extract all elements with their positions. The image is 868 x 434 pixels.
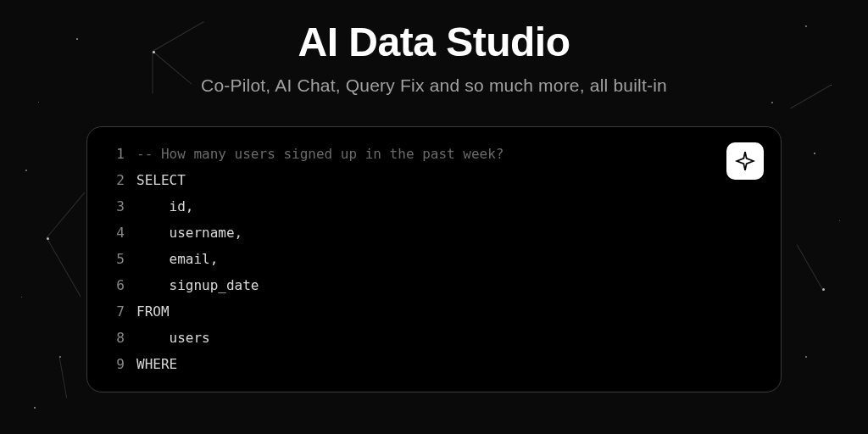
code-line: 3 id, [104, 195, 764, 219]
code-line: 5 email, [104, 248, 764, 271]
code-text: email, [136, 248, 218, 271]
line-number: 6 [104, 274, 125, 298]
page-subtitle: Co-Pilot, AI Chat, Query Fix and so much… [201, 75, 667, 96]
code-line: 8 users [104, 326, 764, 350]
line-number: 1 [104, 142, 125, 166]
code-line: 7 FROM [104, 300, 764, 324]
ai-assist-button[interactable] [726, 142, 764, 180]
code-text: signup_date [136, 274, 259, 298]
code-area[interactable]: 1 -- How many users signed up in the pas… [104, 142, 764, 376]
page-title: AI Data Studio [298, 19, 570, 65]
code-line: 9 WHERE [104, 353, 764, 376]
code-text: FROM [136, 300, 170, 324]
code-line: 4 username, [104, 221, 764, 245]
line-number: 5 [104, 248, 125, 271]
code-line: 6 signup_date [104, 274, 764, 298]
code-line: 2 SELECT [104, 169, 764, 192]
code-text: -- How many users signed up in the past … [136, 142, 504, 166]
line-number: 3 [104, 195, 125, 219]
line-number: 4 [104, 221, 125, 245]
code-line: 1 -- How many users signed up in the pas… [104, 142, 764, 166]
code-text: SELECT [136, 169, 186, 192]
line-number: 7 [104, 300, 125, 324]
line-number: 9 [104, 353, 125, 376]
code-editor-window: 1 -- How many users signed up in the pas… [86, 126, 782, 392]
line-number: 2 [104, 169, 125, 192]
line-number: 8 [104, 326, 125, 350]
code-text: id, [136, 195, 193, 219]
code-text: WHERE [136, 353, 177, 376]
code-text: username, [136, 221, 242, 245]
code-text: users [136, 326, 210, 350]
sparkle-icon [734, 150, 756, 172]
